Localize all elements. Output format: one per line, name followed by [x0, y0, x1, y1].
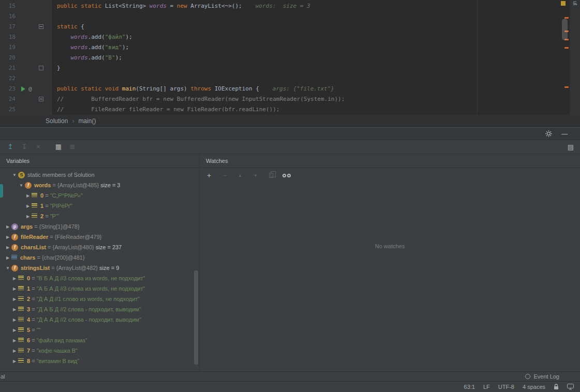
move-down-icon[interactable]: ▼: [251, 171, 260, 179]
add-watch-icon[interactable]: +: [205, 171, 213, 179]
variable-row[interactable]: ▼Sstatic members of Solution: [0, 170, 199, 180]
customize-view-icon[interactable]: ≣: [68, 143, 77, 151]
expand-arrow-icon[interactable]: ▶: [11, 276, 18, 281]
variable-row[interactable]: ▶0 = "В Б А Д //3 слова из words, не под…: [0, 273, 199, 283]
variable-row[interactable]: ▶ffileReader = {FileReader@479}: [0, 232, 199, 242]
expand-arrow-icon[interactable]: ▶: [4, 235, 11, 239]
move-up-icon[interactable]: ▲: [236, 171, 244, 179]
fold-marker-icon[interactable]: [39, 97, 43, 101]
line-number[interactable]: 24: [0, 94, 16, 104]
line-number[interactable]: 25: [0, 104, 16, 115]
variable-row[interactable]: ▶6 = "файл вид панама": [0, 335, 199, 345]
expand-arrow-icon[interactable]: ▶: [11, 328, 18, 333]
variable-row[interactable]: ▶7 = "кофе чашка В": [0, 345, 199, 356]
expand-arrow-icon[interactable]: ▶: [11, 318, 18, 322]
gear-icon[interactable]: [545, 130, 552, 137]
tool-window-stripe-indicator[interactable]: [0, 184, 3, 198]
line-number[interactable]: 23: [0, 84, 16, 94]
caret-position-widget[interactable]: 63:1: [464, 384, 475, 390]
variable-row[interactable]: ▼fwords = {ArrayList@485} size = 3: [0, 180, 199, 190]
code-line[interactable]: 15public static List<String> words = new…: [0, 1, 569, 11]
scrollbar-thumb[interactable]: [194, 270, 198, 365]
expand-arrow-icon[interactable]: ▶: [4, 255, 11, 260]
variable-row[interactable]: ▶2 = "Д А Д //1 слово из words, не подхо…: [0, 294, 199, 304]
line-number[interactable]: 15: [0, 1, 16, 11]
event-log-label: Event Log: [533, 373, 559, 380]
step-marker-icon[interactable]: ↧: [20, 143, 28, 151]
show-execution-point-icon[interactable]: ↥: [6, 143, 14, 151]
variable-row[interactable]: ▶fcharsList = {ArrayList@480} size = 237: [0, 242, 199, 252]
layout-settings-icon[interactable]: ▤: [568, 143, 574, 151]
line-number[interactable]: 21: [0, 63, 16, 73]
code-line[interactable]: 24// BufferedReader bfr = new BufferedRe…: [0, 94, 569, 104]
show-watches-in-variables-icon[interactable]: [282, 171, 291, 179]
variable-row[interactable]: ▶8 = "витамин В вид": [0, 356, 199, 366]
expand-arrow-icon[interactable]: ▶: [11, 338, 18, 343]
event-log-button[interactable]: Event Log: [525, 373, 559, 380]
remove-watch-icon[interactable]: −: [220, 171, 229, 179]
expand-arrow-icon[interactable]: ▶: [11, 307, 18, 312]
expand-arrow-icon[interactable]: ▶: [4, 245, 11, 250]
variable-row[interactable]: ▶4 = "Д А А Д //2 слова - подходит, выво…: [0, 314, 199, 325]
line-ending-widget[interactable]: LF: [483, 384, 490, 390]
line-number[interactable]: 17: [0, 22, 16, 32]
breadcrumb-item-class[interactable]: Solution: [46, 117, 68, 125]
code-line[interactable]: 23@public static void main(String[] args…: [0, 84, 569, 94]
mute-renderers-icon[interactable]: ×: [34, 143, 42, 151]
code-segment: .add(: [88, 34, 105, 40]
static-members-label: static members of Solution: [27, 172, 95, 178]
hide-tool-window-icon[interactable]: —: [561, 130, 568, 138]
code-segment: );: [126, 34, 132, 40]
variable-row[interactable]: ▶chars = {char[200]@481}: [0, 252, 199, 263]
line-number[interactable]: 22: [0, 73, 16, 84]
line-number[interactable]: 19: [0, 42, 16, 53]
code-line[interactable]: 19 words.add("вид");: [0, 42, 569, 53]
line-number[interactable]: 20: [0, 53, 16, 63]
expand-arrow-icon[interactable]: ▶: [24, 204, 32, 208]
monitor-icon[interactable]: [567, 384, 574, 390]
tool-window-stripe-button-terminal[interactable]: al: [0, 373, 5, 380]
expand-arrow-icon[interactable]: ▶: [11, 287, 18, 291]
fold-marker-icon[interactable]: [39, 24, 43, 29]
variable-row[interactable]: ▶0 = "С„Р°Р№Р»": [0, 190, 199, 201]
code-line[interactable]: 20 words.add("В");: [0, 53, 569, 63]
code-line[interactable]: 17static {: [0, 22, 569, 32]
line-number[interactable]: 16: [0, 11, 16, 22]
variable-row[interactable]: ▶pargs = {String[1]@478}: [0, 221, 199, 232]
item-icon: [18, 348, 24, 353]
collapse-arrow-icon[interactable]: ▼: [11, 173, 18, 177]
variable-row[interactable]: ▶1 = "РІРёРґ": [0, 201, 199, 211]
expand-arrow-icon[interactable]: ▶: [24, 193, 32, 198]
variable-row[interactable]: ▶2 = "Р’": [0, 211, 199, 221]
variable-row[interactable]: ▶3 = "Д А Б Д //2 слова - подходит, выво…: [0, 304, 199, 314]
collapse-arrow-icon[interactable]: ▼: [18, 183, 25, 188]
variable-row[interactable]: ▶5 = "": [0, 325, 199, 335]
code-line[interactable]: 22: [0, 73, 569, 84]
run-arrow-icon[interactable]: [21, 86, 25, 92]
expand-arrow-icon[interactable]: ▶: [4, 224, 11, 229]
variable-row[interactable]: ▼fstringsList = {ArrayList@482} size = 9: [0, 263, 199, 273]
expand-arrow-icon[interactable]: ▶: [11, 359, 18, 364]
indent-widget[interactable]: 4 spaces: [523, 384, 545, 390]
code-line[interactable]: 16: [0, 11, 569, 22]
code-line[interactable]: 21}: [0, 63, 569, 73]
scrollbar-thumb[interactable]: [562, 19, 568, 40]
code-line[interactable]: 18 words.add("файл");: [0, 32, 569, 42]
breadcrumb-item-method[interactable]: main(): [78, 117, 96, 125]
code-line[interactable]: 25// FileReader fileReader = new FileRea…: [0, 104, 569, 115]
variable-row[interactable]: ▶1 = "А Б А Д //3 слова из words, не под…: [0, 283, 199, 294]
tool-window-stripe-button[interactable]: ut: [572, 1, 578, 5]
lock-icon[interactable]: [554, 384, 559, 390]
encoding-widget[interactable]: UTF-8: [498, 384, 514, 390]
view-as-table-icon[interactable]: ▦: [54, 143, 63, 151]
line-number[interactable]: 18: [0, 32, 16, 42]
vcs-change-marker: [564, 86, 569, 88]
expand-arrow-icon[interactable]: ▶: [11, 297, 18, 301]
expand-arrow-icon[interactable]: ▶: [24, 214, 32, 219]
expand-arrow-icon[interactable]: ▶: [11, 349, 18, 353]
inspection-status-icon[interactable]: [561, 1, 566, 6]
collapse-arrow-icon[interactable]: ▼: [4, 266, 11, 270]
fold-end-marker-icon[interactable]: [39, 66, 43, 70]
code-editor[interactable]: 15public static List<String> words = new…: [0, 0, 569, 115]
duplicate-watch-icon[interactable]: [267, 171, 275, 179]
